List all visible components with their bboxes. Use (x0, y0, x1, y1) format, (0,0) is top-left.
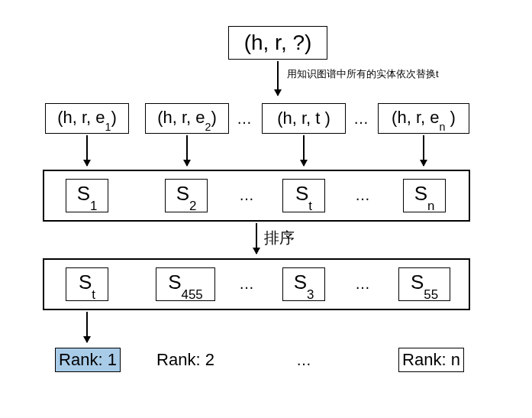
rank-n-box: Rank: n (398, 348, 464, 372)
triple-box-e2: (h, r, e2) (145, 103, 229, 134)
query-triple-text: (h, r, ?) (244, 31, 312, 55)
arrow-e1-s1 (86, 135, 88, 166)
triple-en: (h, r, en ) (392, 108, 456, 129)
triple-t: (h, r, t ) (277, 109, 330, 128)
sorted-score-1: St (66, 267, 108, 301)
dots-row1-2: … (355, 186, 372, 204)
triple-e2: (h, r, e2) (157, 108, 217, 129)
score-st: St (282, 179, 325, 212)
query-triple-box: (h, r, ?) (228, 26, 327, 60)
score-s2: S2 (165, 179, 208, 212)
score-sn: Sn (403, 179, 446, 212)
sort-label: 排序 (264, 228, 295, 248)
arrow-rank1 (86, 312, 88, 342)
replace-note-text: 用知识图谱中所有的实体依次替换t (287, 67, 439, 81)
score-s1: S1 (66, 179, 108, 212)
dots-ranks: … (296, 352, 313, 369)
arrow-sort (256, 223, 257, 254)
dots-triples-2: … (353, 110, 370, 128)
sorted-score-3: S3 (282, 267, 325, 301)
rank-1-box: Rank: 1 (55, 348, 121, 372)
sorted-score-2: S455 (156, 267, 215, 301)
rank-1-text: Rank: 1 (59, 350, 117, 370)
arrow-query-to-triples (277, 61, 279, 96)
rank-2-text: Rank: 2 (156, 350, 214, 370)
triple-box-e1: (h, r, e1) (45, 103, 129, 134)
dots-row1-1: … (239, 186, 256, 204)
triple-box-t: (h, r, t ) (262, 103, 346, 134)
dots-row2-2: … (355, 275, 372, 293)
dots-triples-1: … (237, 110, 253, 128)
rank-2-box: Rank: 2 (153, 348, 218, 372)
arrow-en-sn (423, 135, 424, 166)
arrow-e2-s2 (186, 135, 188, 166)
dots-row2-1: … (239, 275, 256, 293)
arrow-t-st (303, 135, 305, 166)
replace-note: 用知识图谱中所有的实体依次替换t (287, 67, 440, 81)
sort-label-text: 排序 (264, 228, 295, 248)
sorted-score-4: S55 (398, 267, 450, 301)
rank-n-text: Rank: n (402, 350, 460, 370)
triple-e1: (h, r, e1) (57, 108, 117, 129)
triple-box-en: (h, r, en ) (378, 103, 469, 134)
